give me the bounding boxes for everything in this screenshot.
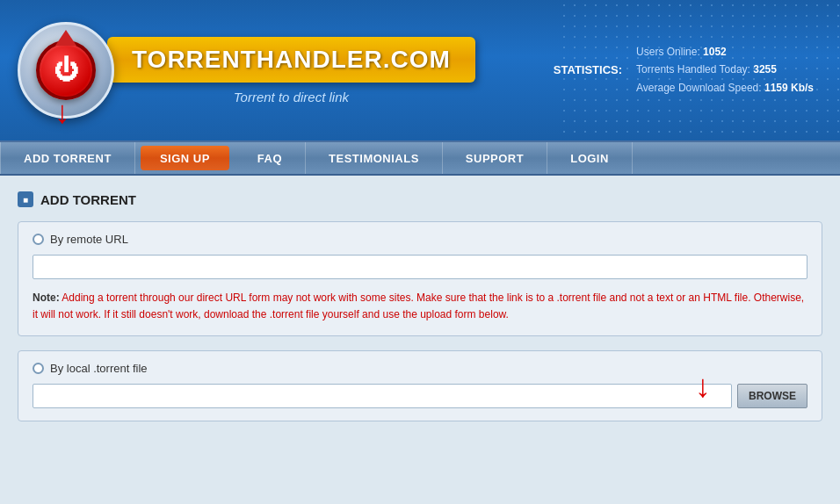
nav-sign-up[interactable]: SIGN UP — [141, 146, 229, 170]
nav-login[interactable]: LOGIN — [547, 142, 633, 174]
nav-testimonials[interactable]: TESTIMONIALS — [306, 142, 443, 174]
file-input-row: BROWSE — [33, 384, 807, 408]
browse-arrow-icon: ↓ — [695, 368, 711, 405]
remote-url-input[interactable] — [33, 255, 807, 279]
local-file-radio[interactable] — [33, 363, 44, 374]
logo-arrow-icon: ↓ — [54, 97, 70, 128]
torrents-handled-value: 3255 — [753, 64, 777, 76]
users-online-label: Users Online: — [636, 46, 703, 58]
logo-title: TORRENTHANDLER.COM — [132, 46, 451, 73]
remote-url-label-text: By remote URL — [50, 233, 128, 246]
nav-support[interactable]: SUPPORT — [443, 142, 547, 174]
main-content: ■ ADD TORRENT By remote URL Note: Adding… — [0, 176, 840, 504]
torrents-handled-stat: Torrents Handled Today: 3255 — [636, 61, 814, 79]
logo-tagline: Torrent to direct link — [234, 90, 349, 104]
remote-url-note: Note: Adding a torrent through our direc… — [33, 290, 807, 323]
arrow-container: ↓ BROWSE — [33, 384, 807, 408]
nav-faq[interactable]: FAQ — [235, 142, 306, 174]
navigation: ADD TORRENT SIGN UP FAQ TESTIMONIALS SUP… — [0, 140, 840, 176]
browse-button[interactable]: BROWSE — [737, 384, 807, 408]
local-file-radio-label[interactable]: By local .torrent file — [33, 362, 807, 375]
avg-speed-value: 1159 Kb/s — [764, 82, 814, 94]
stats-label: STATISTICS: — [554, 63, 622, 76]
power-icon: ⏻ — [54, 58, 78, 83]
remote-url-radio[interactable] — [33, 234, 44, 245]
logo-banner: TORRENTHANDLER.COM — [107, 37, 475, 83]
section-icon: ■ — [18, 191, 33, 207]
nav-add-torrent[interactable]: ADD TORRENT — [0, 142, 135, 174]
users-online-value: 1052 — [703, 46, 727, 58]
logo-text-area: TORRENTHANDLER.COM Torrent to direct lin… — [107, 37, 475, 104]
users-online-stat: Users Online: 1052 — [636, 43, 814, 61]
section-header: ■ ADD TORRENT — [18, 191, 822, 207]
file-path-input[interactable] — [33, 384, 732, 408]
remote-url-radio-label[interactable]: By remote URL — [33, 233, 807, 246]
avg-speed-stat: Average Download Speed: 1159 Kb/s — [636, 79, 814, 97]
note-body: Adding a torrent through our direct URL … — [33, 292, 804, 320]
remote-url-panel: By remote URL Note: Adding a torrent thr… — [18, 221, 822, 336]
header: ⏻ TORRENTHANDLER.COM Torrent to direct l… — [0, 0, 840, 140]
torrents-handled-label: Torrents Handled Today: — [636, 64, 753, 76]
note-bold-label: Note: — [33, 292, 60, 304]
local-file-panel: By local .torrent file ↓ BROWSE — [18, 350, 822, 421]
logo-area: ⏻ TORRENTHANDLER.COM Torrent to direct l… — [18, 22, 475, 119]
section-title: ADD TORRENT — [40, 192, 136, 207]
local-file-label-text: By local .torrent file — [50, 362, 148, 375]
power-button: ⏻ — [36, 40, 96, 100]
stats-area: STATISTICS: Users Online: 1052 Torrents … — [554, 43, 814, 97]
avg-speed-label: Average Download Speed: — [636, 82, 764, 94]
stats-values: Users Online: 1052 Torrents Handled Toda… — [636, 43, 814, 97]
